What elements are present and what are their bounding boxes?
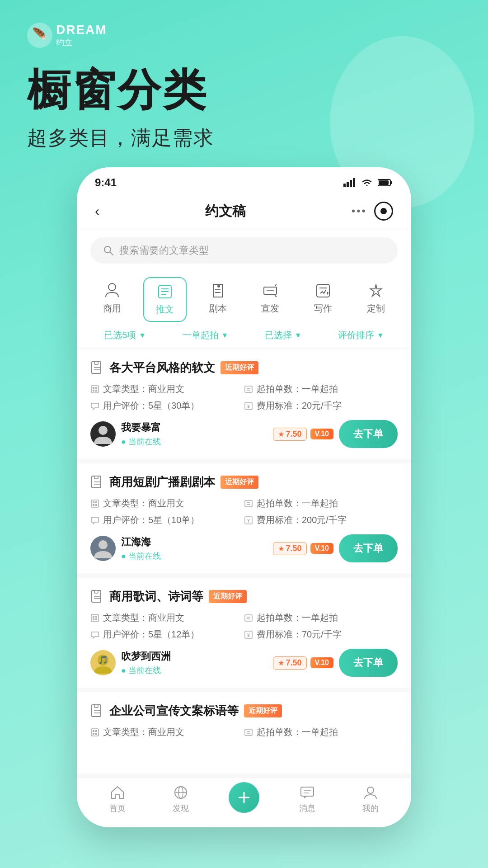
seller-info-1: 我要暴富 当前在线 <box>121 421 267 447</box>
tab-script[interactable]: 剧本 <box>196 277 239 322</box>
card-4-meta: 文章类型：商业用文 起拍单数：一单起拍 <box>90 726 398 738</box>
card-3-meta: 文章类型：商业用文 起拍单数：一单起拍 用户评价：5星（12单） <box>90 612 398 641</box>
meta-2-review: 用户评价：5星（10单） <box>90 514 244 526</box>
svg-rect-74 <box>93 730 94 732</box>
message-icon <box>300 785 315 800</box>
svg-rect-29 <box>95 387 97 389</box>
more-options-button[interactable]: ••• <box>352 205 367 217</box>
bottom-nav-discover[interactable]: 发现 <box>158 785 203 814</box>
content-area: 各大平台风格的软文 近期好评 文章类型：商业用文 <box>77 349 411 827</box>
vip-text-1: V.10 <box>315 430 329 438</box>
bottom-nav-home-label: 首页 <box>109 803 126 814</box>
card-2-badge: 近期好评 <box>221 476 258 489</box>
order-button-3[interactable]: 去下单 <box>339 649 398 677</box>
add-button[interactable] <box>229 782 259 813</box>
card-2-title: 商用短剧广播剧剧本 <box>109 474 215 490</box>
bottom-nav-home[interactable]: 首页 <box>95 785 140 814</box>
filter-selected-count[interactable]: 已选5项 ▼ <box>104 329 146 341</box>
svg-rect-46 <box>95 504 97 506</box>
meta-3-review: 用户评价：5星（12单） <box>90 628 244 641</box>
svg-rect-8 <box>379 180 389 185</box>
svg-rect-76 <box>93 733 94 735</box>
seller-info-2: 江海海 当前在线 <box>121 535 267 561</box>
tab-custom[interactable]: 定制 <box>354 277 398 322</box>
product-card-4: 企业公司宣传文案标语等 近期好评 文章类型：商业用文 <box>77 692 411 778</box>
score-num-1: 7.50 <box>286 429 302 439</box>
meta-1-type: 文章类型：商业用文 <box>90 383 244 395</box>
card-3-seller-row: 🎵 吹梦到西洲 当前在线 ★ 7.50 V.10 <box>90 649 398 677</box>
commercial-icon <box>104 283 120 299</box>
tab-commercial[interactable]: 商用 <box>90 277 134 322</box>
tab-custom-label: 定制 <box>367 302 385 315</box>
svg-rect-21 <box>317 284 329 297</box>
svg-point-11 <box>108 283 116 291</box>
star-icon-1: ★ <box>278 430 284 439</box>
card-2-title-row: 商用短剧广播剧剧本 近期好评 <box>90 474 398 490</box>
post-icon <box>157 283 173 300</box>
svg-rect-47 <box>245 500 252 507</box>
bottom-nav-discover-label: 发现 <box>173 803 189 814</box>
star-icon-3: ★ <box>278 659 284 667</box>
nav-bar: ‹ 约文稿 ••• <box>77 194 411 228</box>
meta-1-order: 起拍单数：一单起拍 <box>244 383 398 395</box>
svg-point-16 <box>217 285 220 288</box>
record-button[interactable] <box>374 202 393 221</box>
svg-rect-7 <box>391 181 392 184</box>
svg-rect-3 <box>347 182 349 187</box>
svg-rect-77 <box>95 733 97 735</box>
filter-min-order[interactable]: 一单起拍 ▼ <box>183 329 229 341</box>
svg-point-37 <box>99 426 108 435</box>
phone-notch <box>203 167 285 184</box>
card-1-meta: 文章类型：商业用文 起拍单数：一单起拍 用户评价：5星（30单） <box>90 383 398 412</box>
search-placeholder: 搜索需要的文章类型 <box>119 244 209 257</box>
back-button[interactable]: ‹ <box>95 203 99 219</box>
wifi-icon <box>361 178 373 187</box>
bottom-nav-profile[interactable]: 我的 <box>348 785 393 814</box>
search-bar[interactable]: 搜索需要的文章类型 <box>90 237 398 264</box>
seller-badges-2: ★ 7.50 V.10 <box>273 542 334 555</box>
tab-commercial-label: 商用 <box>103 302 121 315</box>
nav-title: 约文稿 <box>205 202 246 221</box>
svg-text:¥: ¥ <box>247 633 250 638</box>
order-button-2[interactable]: 去下单 <box>339 534 398 562</box>
filter-selected[interactable]: 已选择 ▼ <box>265 329 302 341</box>
tab-post[interactable]: 推文 <box>143 277 187 322</box>
svg-rect-73 <box>91 729 99 736</box>
score-badge-2: ★ 7.50 <box>273 542 307 555</box>
svg-rect-62 <box>245 615 252 621</box>
filter-min-order-label: 一单起拍 <box>183 329 219 341</box>
svg-rect-60 <box>93 618 94 620</box>
svg-rect-39 <box>94 476 98 479</box>
svg-rect-32 <box>245 386 252 392</box>
svg-rect-30 <box>93 390 94 392</box>
filter-sort[interactable]: 评价排序 ▼ <box>338 329 384 341</box>
svg-rect-31 <box>95 390 97 392</box>
review-icon-3 <box>90 630 99 639</box>
svg-rect-54 <box>94 590 98 593</box>
type-icon-3 <box>90 613 99 623</box>
svg-text:¥: ¥ <box>247 404 250 409</box>
svg-rect-78 <box>245 729 252 736</box>
svg-rect-58 <box>93 616 94 618</box>
order-icon-1 <box>244 385 253 394</box>
card-3-title: 商用歌词、诗词等 <box>109 589 203 604</box>
bottom-nav-messages[interactable]: 消息 <box>285 785 330 814</box>
filter-sort-arrow: ▼ <box>377 331 384 340</box>
order-button-1[interactable]: 去下单 <box>339 420 398 448</box>
bottom-nav-add[interactable] <box>221 782 267 816</box>
score-badge-1: ★ 7.50 <box>273 428 307 441</box>
svg-text:🪶: 🪶 <box>32 27 48 42</box>
svg-rect-43 <box>93 501 94 503</box>
score-num-3: 7.50 <box>286 658 302 668</box>
bottom-nav: 首页 发现 消息 <box>77 778 411 827</box>
svg-rect-59 <box>95 616 97 618</box>
svg-rect-61 <box>95 618 97 620</box>
seller-status-1: 当前在线 <box>121 436 267 447</box>
card-1-title: 各大平台风格的软文 <box>109 360 215 376</box>
tab-promo[interactable]: 宣发 <box>249 277 292 322</box>
logo-text: DREAM 约立 <box>56 23 107 48</box>
vip-badge-2: V.10 <box>310 543 333 554</box>
svg-rect-2 <box>343 184 346 187</box>
score-badge-3: ★ 7.50 <box>273 656 307 670</box>
tab-writing[interactable]: 写作 <box>301 277 345 322</box>
